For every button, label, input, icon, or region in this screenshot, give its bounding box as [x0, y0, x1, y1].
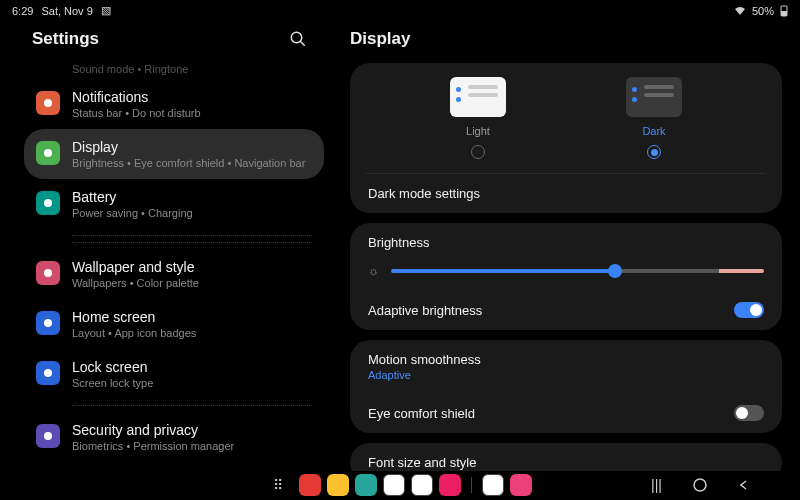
sidebar-item-title: Wallpaper and style — [72, 259, 312, 275]
theme-light-radio[interactable] — [471, 145, 485, 159]
sidebar-item-icon — [36, 361, 60, 385]
sidebar-item-notifications[interactable]: NotificationsStatus bar • Do not disturb — [24, 79, 324, 129]
settings-sidebar: Settings Sound mode • RingtoneNotificati… — [0, 21, 330, 471]
svg-point-5 — [44, 149, 52, 157]
sidebar-item-title: Lock screen — [72, 359, 312, 375]
sidebar-item-wallpaper-and-style[interactable]: Wallpaper and styleWallpapers • Color pa… — [24, 249, 324, 299]
display-panel: Display Light Dark — [330, 21, 800, 471]
dark-preview-icon — [626, 77, 682, 117]
dark-mode-settings-row[interactable]: Dark mode settings — [350, 174, 782, 213]
motion-smoothness-label: Motion smoothness — [368, 352, 764, 367]
nav-recents-button[interactable]: ||| — [651, 477, 662, 493]
sidebar-item-sub: Screen lock type — [72, 377, 312, 389]
sidebar-item-sub: Wallpapers • Color palette — [72, 277, 312, 289]
adaptive-brightness-label: Adaptive brightness — [368, 303, 482, 318]
svg-point-2 — [291, 32, 302, 43]
sidebar-item-title: Display — [72, 139, 312, 155]
theme-card: Light Dark Dark mode settings — [350, 63, 782, 213]
dock-app-5[interactable] — [439, 474, 461, 496]
theme-dark-radio[interactable] — [647, 145, 661, 159]
sidebar-item-icon — [36, 191, 60, 215]
battery-percent: 50% — [752, 5, 774, 17]
sidebar-item-home-screen[interactable]: Home screenLayout • App icon badges — [24, 299, 324, 349]
sidebar-item-sub: Brightness • Eye comfort shield • Naviga… — [72, 157, 312, 169]
sidebar-title: Settings — [32, 29, 99, 49]
screenshot-icon: ▧ — [101, 4, 111, 17]
display-options-card: Motion smoothness Adaptive Eye comfort s… — [350, 340, 782, 433]
sidebar-item-title: Security and privacy — [72, 422, 312, 438]
sidebar-item-battery[interactable]: BatteryPower saving • Charging — [24, 179, 324, 229]
nav-home-button[interactable] — [692, 477, 708, 493]
sidebar-item-sub: Layout • App icon badges — [72, 327, 312, 339]
theme-dark-label: Dark — [642, 125, 665, 137]
svg-line-3 — [300, 41, 305, 46]
motion-smoothness-value: Adaptive — [368, 369, 764, 381]
search-icon — [289, 30, 307, 48]
svg-point-10 — [44, 432, 52, 440]
sidebar-item-truncated: Sound mode • Ringtone — [24, 63, 324, 79]
dock-app-6[interactable] — [482, 474, 504, 496]
dock-app-4[interactable] — [411, 474, 433, 496]
sidebar-item-icon — [36, 424, 60, 448]
sidebar-item-icon — [36, 141, 60, 165]
brightness-card: Brightness ☼ Adaptive brightness — [350, 223, 782, 330]
sidebar-item-icon — [36, 261, 60, 285]
font-size-row[interactable]: Font size and style — [350, 443, 782, 471]
eye-comfort-row[interactable]: Eye comfort shield — [350, 393, 782, 433]
brightness-slider[interactable] — [391, 269, 764, 273]
sidebar-item-icon — [36, 311, 60, 335]
svg-point-7 — [44, 269, 52, 277]
dark-mode-settings-label: Dark mode settings — [368, 186, 480, 201]
sidebar-item-sub: Power saving • Charging — [72, 207, 312, 219]
brightness-icon: ☼ — [368, 264, 379, 278]
dock-app-2[interactable] — [355, 474, 377, 496]
font-card: Font size and style — [350, 443, 782, 471]
status-time: 6:29 — [12, 5, 33, 17]
sidebar-item-title: Notifications — [72, 89, 312, 105]
brightness-label: Brightness — [368, 235, 764, 250]
sidebar-item-icon — [36, 91, 60, 115]
wifi-icon — [734, 6, 746, 16]
dock-app-0[interactable] — [299, 474, 321, 496]
dock-app-3[interactable] — [383, 474, 405, 496]
sidebar-item-sub: Status bar • Do not disturb — [72, 107, 312, 119]
battery-icon — [780, 5, 788, 17]
sidebar-item-display[interactable]: DisplayBrightness • Eye comfort shield •… — [24, 129, 324, 179]
panel-title: Display — [330, 21, 792, 63]
sidebar-item-title: Home screen — [72, 309, 312, 325]
theme-light-option[interactable]: Light — [450, 77, 506, 159]
dock-app-1[interactable] — [327, 474, 349, 496]
theme-dark-option[interactable]: Dark — [626, 77, 682, 159]
svg-rect-1 — [781, 11, 787, 16]
taskbar: ⠿ ||| — [0, 470, 800, 500]
sidebar-item-lock-screen[interactable]: Lock screenScreen lock type — [24, 349, 324, 399]
nav-back-button[interactable] — [738, 479, 750, 491]
brightness-slider-thumb[interactable] — [608, 264, 622, 278]
svg-point-6 — [44, 199, 52, 207]
status-date: Sat, Nov 9 — [41, 5, 92, 17]
light-preview-icon — [450, 77, 506, 117]
theme-light-label: Light — [466, 125, 490, 137]
svg-point-8 — [44, 319, 52, 327]
motion-smoothness-row[interactable]: Motion smoothness Adaptive — [350, 340, 782, 393]
sidebar-item-title: Battery — [72, 189, 312, 205]
svg-point-11 — [694, 479, 706, 491]
adaptive-brightness-toggle[interactable] — [734, 302, 764, 318]
adaptive-brightness-row[interactable]: Adaptive brightness — [350, 290, 782, 330]
eye-comfort-label: Eye comfort shield — [368, 406, 475, 421]
svg-point-4 — [44, 99, 52, 107]
eye-comfort-toggle[interactable] — [734, 405, 764, 421]
search-button[interactable] — [288, 29, 308, 49]
app-drawer-button[interactable]: ⠿ — [269, 476, 287, 494]
dock-app-7[interactable] — [510, 474, 532, 496]
sidebar-item-sub: Biometrics • Permission manager — [72, 440, 312, 452]
status-bar: 6:29 Sat, Nov 9 ▧ 50% — [0, 0, 800, 21]
svg-point-9 — [44, 369, 52, 377]
font-size-label: Font size and style — [368, 455, 476, 470]
sidebar-item-security-and-privacy[interactable]: Security and privacyBiometrics • Permiss… — [24, 412, 324, 462]
